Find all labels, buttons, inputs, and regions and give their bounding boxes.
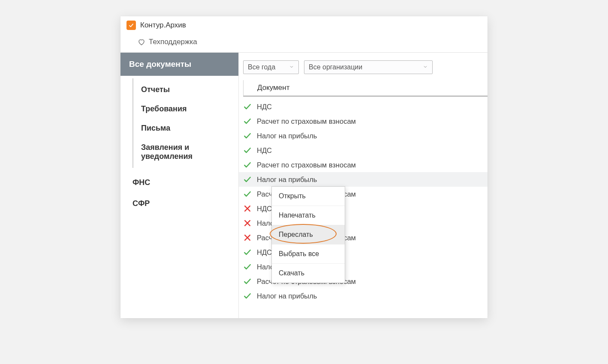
titlebar: Контур.Архив bbox=[120, 16, 488, 32]
sidebar-group: Отчеты Требования Письма Заявления и уве… bbox=[132, 78, 238, 168]
document-name: НДС bbox=[257, 146, 272, 155]
table-row[interactable]: Налог на прибыль bbox=[239, 172, 488, 187]
chevron-down-icon bbox=[289, 63, 294, 71]
main-panel: Все года Все организации Документ НДСРас… bbox=[238, 53, 488, 318]
table-row[interactable]: Расчет по страховым взносам bbox=[239, 158, 488, 172]
check-icon bbox=[243, 292, 252, 300]
cross-icon bbox=[243, 204, 252, 213]
check-icon bbox=[243, 146, 252, 155]
check-icon bbox=[243, 161, 252, 169]
table-row[interactable]: Расчет по страховым взносам bbox=[239, 114, 488, 128]
context-menu-item[interactable]: Открыть bbox=[272, 187, 345, 206]
document-name: Налог на прибыль bbox=[257, 132, 317, 140]
check-icon bbox=[243, 263, 252, 271]
document-name: Налог на прибыль bbox=[257, 292, 317, 300]
context-menu-item[interactable]: Напечатать bbox=[272, 206, 345, 225]
support-label: Техподдержка bbox=[149, 38, 197, 46]
cross-icon bbox=[243, 233, 252, 242]
document-name: НДС bbox=[257, 205, 272, 213]
check-icon bbox=[243, 117, 252, 125]
org-select[interactable]: Все организации bbox=[304, 60, 433, 74]
chevron-down-icon bbox=[423, 63, 428, 71]
cross-icon bbox=[243, 219, 252, 227]
body: Все документы Отчеты Требования Письма З… bbox=[120, 53, 488, 318]
check-icon bbox=[243, 190, 252, 198]
column-header-document: Документ bbox=[243, 80, 488, 97]
document-name: НДС bbox=[257, 248, 272, 257]
table-row[interactable]: Налог на прибыль bbox=[239, 289, 488, 303]
sidebar-item-letters[interactable]: Письма bbox=[133, 119, 238, 138]
document-name: Расчет по страховым взносам bbox=[257, 161, 356, 169]
check-icon bbox=[243, 131, 252, 140]
check-icon bbox=[243, 175, 252, 184]
table-row[interactable]: НДС bbox=[239, 143, 488, 158]
year-select-value: Все года bbox=[248, 63, 275, 71]
check-icon bbox=[243, 277, 252, 286]
check-icon bbox=[243, 102, 252, 111]
org-select-value: Все организации bbox=[309, 63, 362, 71]
table-row[interactable]: НДС bbox=[239, 99, 488, 114]
year-select[interactable]: Все года bbox=[243, 60, 299, 74]
app-logo-icon bbox=[126, 21, 136, 30]
table-row[interactable]: Налог на прибыль bbox=[239, 128, 488, 143]
sidebar-item-demands[interactable]: Требования bbox=[133, 99, 238, 119]
document-name: Налог на прибыль bbox=[257, 176, 317, 184]
context-menu-item[interactable]: Переслать bbox=[272, 225, 345, 244]
app-window: Контур.Архив Техподдержка Все документы … bbox=[120, 16, 488, 318]
document-name: НДС bbox=[257, 103, 272, 111]
filter-bar: Все года Все организации bbox=[239, 53, 488, 80]
check-icon bbox=[243, 248, 252, 257]
document-name: Расчет по страховым взносам bbox=[257, 117, 356, 125]
context-menu: ОткрытьНапечататьПереслатьВыбрать всеСка… bbox=[271, 186, 345, 283]
sidebar: Все документы Отчеты Требования Письма З… bbox=[120, 53, 238, 318]
context-menu-item[interactable]: Выбрать все bbox=[272, 244, 345, 263]
app-title: Контур.Архив bbox=[140, 21, 186, 30]
sidebar-item-sfr[interactable]: СФР bbox=[120, 193, 238, 214]
context-menu-item[interactable]: Скачать bbox=[272, 263, 345, 283]
sidebar-item-applications[interactable]: Заявления и уведомления bbox=[133, 138, 238, 166]
support-bar[interactable]: Техподдержка bbox=[120, 32, 488, 53]
sidebar-item-fns[interactable]: ФНС bbox=[120, 172, 238, 193]
sidebar-item-all-documents[interactable]: Все документы bbox=[120, 53, 238, 76]
heart-icon bbox=[138, 38, 145, 46]
sidebar-item-reports[interactable]: Отчеты bbox=[133, 80, 238, 99]
